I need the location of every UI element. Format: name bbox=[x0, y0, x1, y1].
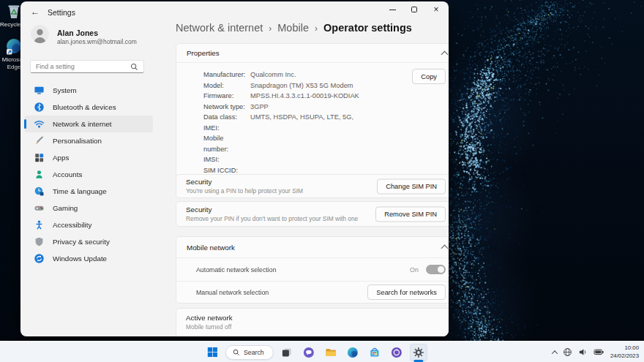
sidebar-item-accounts[interactable]: Accounts bbox=[24, 166, 153, 183]
close-button[interactable]: × bbox=[425, 1, 447, 18]
brush-icon bbox=[34, 135, 45, 146]
mobile-network-card: Mobile network Automatic network selecti… bbox=[176, 236, 449, 303]
sidebar-item-accessibility[interactable]: Accessibility bbox=[24, 216, 153, 233]
search-input[interactable] bbox=[36, 63, 130, 70]
chevron-up-icon bbox=[441, 245, 449, 252]
properties-header[interactable]: Properties bbox=[176, 44, 449, 62]
window-title: Settings bbox=[48, 8, 75, 17]
active-network-title: Active network bbox=[186, 314, 448, 322]
property-value: UMTS, HSDPA, HSUPA, LTE, 5G, bbox=[250, 112, 353, 123]
automatic-selection-toggle[interactable] bbox=[426, 265, 446, 274]
mobile-network-header[interactable]: Mobile network bbox=[176, 237, 449, 257]
network-globe-icon[interactable] bbox=[563, 347, 572, 357]
battery-icon[interactable] bbox=[594, 347, 604, 357]
task-view-button[interactable] bbox=[278, 344, 296, 361]
active-network-card: Active network Mobile turned off bbox=[176, 308, 449, 336]
breadcrumb-mobile[interactable]: Mobile bbox=[277, 22, 309, 34]
minimize-button[interactable] bbox=[381, 1, 403, 18]
sidebar-item-apps[interactable]: Apps bbox=[24, 149, 153, 166]
property-label: Network type: bbox=[203, 102, 250, 113]
shield-icon bbox=[34, 236, 45, 247]
change-sim-pin-button[interactable]: Change SIM PIN bbox=[377, 178, 446, 194]
property-row: Data class:UMTS, HSDPA, HSUPA, LTE, 5G, bbox=[203, 112, 449, 123]
sidebar-item-network[interactable]: Network & internet bbox=[24, 116, 153, 132]
breadcrumb-root[interactable]: Network & internet bbox=[176, 22, 263, 34]
sidebar-item-label: Personalisation bbox=[53, 137, 102, 145]
sidebar-item-windows-update[interactable]: Windows Update bbox=[24, 250, 153, 267]
settings-search[interactable] bbox=[30, 60, 144, 73]
bluetooth-icon bbox=[34, 102, 45, 113]
property-label: Manufacturer: bbox=[203, 69, 250, 80]
store-button[interactable] bbox=[366, 344, 383, 361]
widgets-app-button[interactable] bbox=[388, 344, 405, 361]
breadcrumb-separator: › bbox=[269, 23, 272, 34]
breadcrumb: Network & internet › Mobile › Operator s… bbox=[176, 22, 412, 34]
sidebar-item-privacy[interactable]: Privacy & security bbox=[24, 233, 153, 250]
edge-icon bbox=[347, 347, 359, 358]
mobile-network-header-label: Mobile network bbox=[187, 244, 235, 252]
search-for-networks-button[interactable]: Search for networks bbox=[367, 284, 446, 300]
sidebar-item-gaming[interactable]: Gaming bbox=[24, 200, 153, 216]
purple-circle-arrow-icon bbox=[391, 347, 402, 358]
store-icon bbox=[369, 347, 381, 358]
property-value: Snapdragon (TM) X53 5G Modem bbox=[250, 80, 353, 91]
sidebar-item-label: Time & language bbox=[53, 187, 107, 195]
settings-window: ← Settings × Alan Jones alan.jones.wm@ho… bbox=[20, 1, 449, 336]
apps-grid-icon bbox=[34, 152, 45, 163]
sidebar-item-label: Gaming bbox=[53, 204, 78, 212]
sidebar-item-label: System bbox=[53, 86, 77, 94]
property-row: Network type:3GPP bbox=[203, 102, 449, 113]
sidebar-item-system[interactable]: System bbox=[24, 82, 153, 99]
taskbar-search[interactable]: Search bbox=[225, 345, 274, 360]
sidebar-item-label: Privacy & security bbox=[53, 238, 110, 246]
user-name: Alan Jones bbox=[57, 29, 98, 37]
property-value: MPSS.HI.4.3.3.c1.1-00019-KODIAK bbox=[250, 91, 359, 102]
property-label: Mobile number: bbox=[203, 133, 250, 154]
settings-app-button[interactable] bbox=[410, 344, 427, 361]
manual-selection-label: Manual network selection bbox=[196, 289, 269, 296]
page-title: Operator settings bbox=[323, 22, 412, 34]
sidebar-item-label: Windows Update bbox=[53, 254, 107, 263]
hidden-icons-chevron[interactable] bbox=[552, 350, 558, 356]
caption-buttons: × bbox=[381, 1, 447, 18]
manual-selection-row: Manual network selection Search for netw… bbox=[176, 281, 449, 303]
property-label: Firmware: bbox=[203, 91, 250, 102]
edge-button[interactable] bbox=[344, 344, 362, 361]
property-label: IMEI: bbox=[203, 123, 250, 134]
chat-button[interactable] bbox=[300, 344, 318, 361]
task-view-icon bbox=[281, 347, 293, 358]
sidebar-item-personalisation[interactable]: Personalisation bbox=[24, 132, 153, 149]
chat-icon bbox=[303, 347, 315, 358]
chevron-up-icon bbox=[441, 50, 449, 58]
start-button[interactable] bbox=[203, 344, 221, 361]
person-icon bbox=[34, 169, 45, 180]
remove-sim-pin-button[interactable]: Remove SIM PIN bbox=[375, 206, 446, 222]
sidebar-item-bluetooth[interactable]: Bluetooth & devices bbox=[24, 99, 153, 116]
update-icon bbox=[34, 253, 45, 264]
person-silhouette-icon bbox=[33, 27, 47, 43]
sidebar-item-time-language[interactable]: Time & language bbox=[24, 183, 153, 200]
clock[interactable]: 10:00 24/02/2023 bbox=[610, 344, 639, 359]
tray-date: 24/02/2023 bbox=[610, 352, 639, 360]
property-row: Mobile number: bbox=[203, 133, 449, 154]
automatic-selection-row: Automatic network selection On bbox=[176, 257, 449, 281]
accessibility-icon bbox=[34, 219, 45, 230]
automatic-selection-label: Automatic network selection bbox=[196, 266, 277, 274]
back-button[interactable]: ← bbox=[28, 4, 42, 19]
volume-icon[interactable] bbox=[578, 347, 588, 357]
copy-button[interactable]: Copy bbox=[412, 69, 446, 84]
property-label: Model: bbox=[203, 80, 250, 91]
sidebar-item-label: Apps bbox=[53, 154, 69, 162]
clock-icon bbox=[34, 186, 45, 197]
wifi-icon bbox=[34, 118, 45, 129]
property-row: IMEI: bbox=[203, 123, 449, 134]
avatar[interactable] bbox=[31, 25, 49, 43]
property-label: IMSI: bbox=[203, 154, 250, 165]
maximize-button[interactable] bbox=[403, 1, 425, 18]
file-explorer-button[interactable] bbox=[322, 344, 340, 361]
property-row: Firmware:MPSS.HI.4.3.3.c1.1-00019-KODIAK bbox=[203, 91, 449, 102]
system-tray: 10:00 24/02/2023 bbox=[553, 342, 639, 362]
sidebar-item-label: Accessibility bbox=[53, 221, 91, 229]
toggle-state-label: On bbox=[410, 266, 419, 274]
user-email: alan.jones.wm@hotmail.com bbox=[57, 38, 137, 45]
